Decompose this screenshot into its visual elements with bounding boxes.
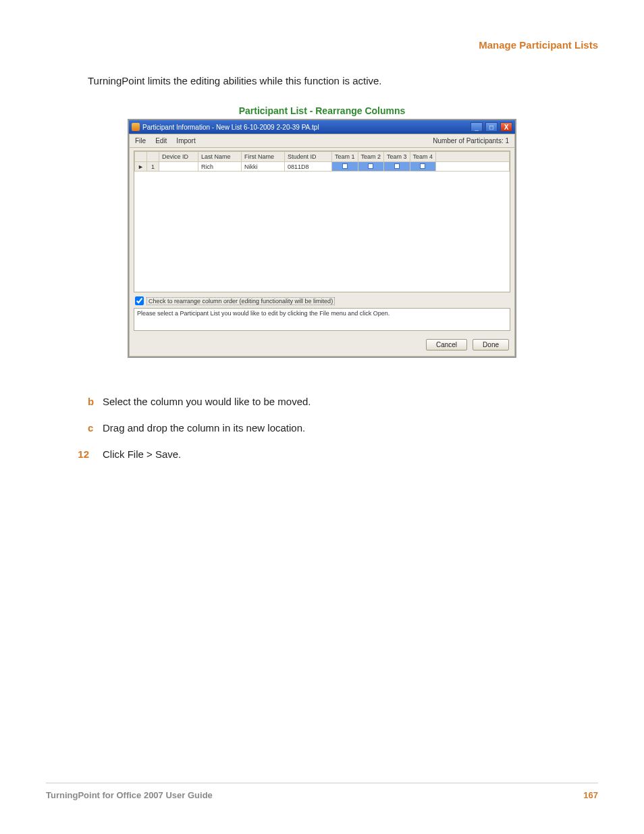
footer-guide-title: TurningPoint for Office 2007 User Guide bbox=[46, 790, 213, 800]
col-last-name[interactable]: Last Name bbox=[198, 152, 242, 162]
participants-count: Number of Participants: 1 bbox=[433, 137, 509, 145]
step-12-text: Click File > Save. bbox=[103, 448, 181, 460]
step-number-12: 12 bbox=[62, 448, 89, 460]
menu-import[interactable]: Import bbox=[176, 137, 195, 145]
header-row: Device ID Last Name First Name Student I… bbox=[135, 152, 510, 162]
col-student-id[interactable]: Student ID bbox=[285, 152, 332, 162]
intro-paragraph: TurningPoint limits the editing abilitie… bbox=[88, 75, 598, 86]
minimize-button[interactable]: _ bbox=[471, 122, 483, 132]
footer-page-number: 167 bbox=[583, 790, 598, 800]
rearrange-checkbox[interactable] bbox=[135, 296, 144, 305]
step-c-text: Drag and drop the column in its new loca… bbox=[103, 422, 305, 434]
cell-extra bbox=[436, 162, 510, 172]
status-text: Please select a Participant List you wou… bbox=[134, 308, 510, 331]
cell-device-id[interactable] bbox=[159, 162, 198, 172]
cell-team4[interactable] bbox=[410, 162, 436, 172]
step-b: b Select the column you would like to be… bbox=[88, 396, 598, 407]
rearrange-checkbox-label: Check to rearrange column order (editing… bbox=[146, 297, 335, 305]
col-device-id[interactable]: Device ID bbox=[159, 152, 198, 162]
maximize-button[interactable]: □ bbox=[485, 122, 498, 132]
col-first-name[interactable]: First Name bbox=[242, 152, 285, 162]
menu-edit[interactable]: Edit bbox=[155, 137, 167, 145]
step-12: 12 Click File > Save. bbox=[62, 448, 598, 460]
done-button[interactable]: Done bbox=[473, 339, 509, 350]
col-team4[interactable]: Team 4 bbox=[410, 152, 436, 162]
col-rownum[interactable] bbox=[147, 152, 159, 162]
col-team2[interactable]: Team 2 bbox=[358, 152, 384, 162]
row-number: 1 bbox=[147, 162, 159, 172]
app-icon bbox=[132, 123, 140, 131]
menubar: File Edit Import Number of Participants:… bbox=[130, 134, 514, 148]
col-extra bbox=[436, 152, 510, 162]
col-team1[interactable]: Team 1 bbox=[332, 152, 358, 162]
close-button[interactable]: X bbox=[500, 122, 512, 132]
figure-caption: Participant List - Rearrange Columns bbox=[46, 105, 598, 116]
cell-team3[interactable] bbox=[384, 162, 410, 172]
rearrange-checkbox-row: Check to rearrange column order (editing… bbox=[130, 295, 514, 307]
data-grid[interactable]: Device ID Last Name First Name Student I… bbox=[134, 151, 510, 292]
menu-file[interactable]: File bbox=[135, 137, 146, 145]
cell-first-name[interactable]: Nikki bbox=[242, 162, 285, 172]
screenshot-window: Participant Information - New List 6-10-… bbox=[128, 119, 516, 358]
col-indicator[interactable] bbox=[135, 152, 147, 162]
window-titlebar: Participant Information - New List 6-10-… bbox=[129, 120, 515, 134]
col-team3[interactable]: Team 3 bbox=[384, 152, 410, 162]
cancel-button[interactable]: Cancel bbox=[426, 339, 467, 350]
step-letter-c: c bbox=[88, 422, 103, 434]
page-footer: TurningPoint for Office 2007 User Guide … bbox=[46, 783, 598, 800]
cell-team1[interactable] bbox=[332, 162, 358, 172]
cell-last-name[interactable]: Rich bbox=[198, 162, 242, 172]
step-c: c Drag and drop the column in its new lo… bbox=[88, 422, 598, 434]
cell-student-id[interactable]: 0811D8 bbox=[285, 162, 332, 172]
row-indicator: ► bbox=[135, 162, 147, 172]
cell-team2[interactable] bbox=[358, 162, 384, 172]
step-letter-b: b bbox=[88, 396, 103, 407]
dialog-button-row: Cancel Done bbox=[130, 335, 514, 356]
section-header: Manage Participant Lists bbox=[46, 39, 598, 51]
table-row[interactable]: ► 1 Rich Nikki 0811D8 bbox=[135, 162, 510, 172]
step-b-text: Select the column you would like to be m… bbox=[103, 396, 311, 407]
window-title: Participant Information - New List 6-10-… bbox=[142, 124, 319, 131]
